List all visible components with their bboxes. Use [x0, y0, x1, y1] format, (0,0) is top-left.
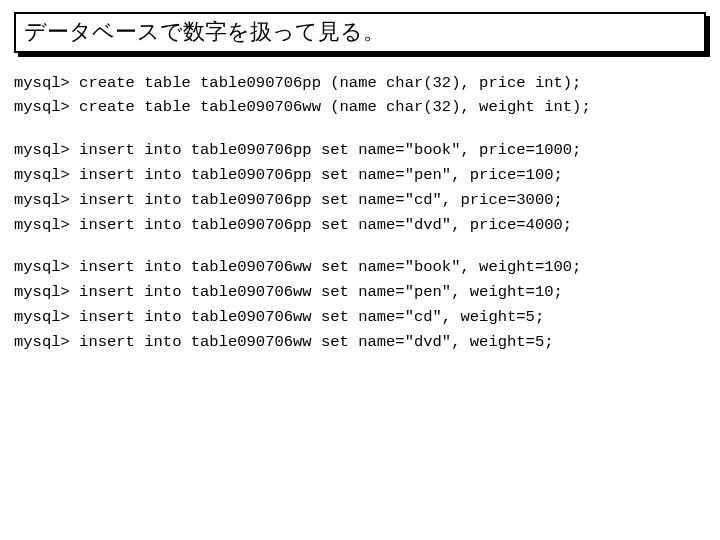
code-create: mysql> create table table090706pp (name …	[14, 71, 706, 121]
page-title: データベースで数字を扱って見る。	[14, 12, 706, 53]
code-insert-ww: mysql> insert into table090706ww set nam…	[14, 255, 706, 354]
title-box: データベースで数字を扱って見る。	[14, 12, 706, 53]
code-insert-pp: mysql> insert into table090706pp set nam…	[14, 138, 706, 237]
